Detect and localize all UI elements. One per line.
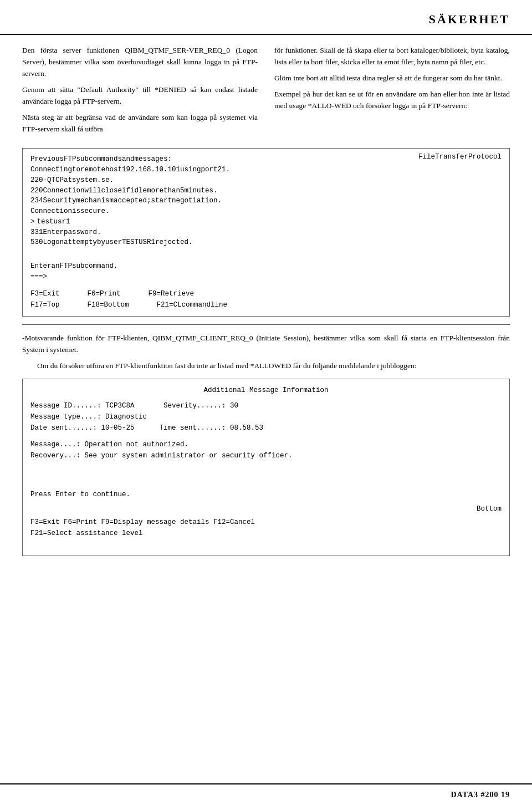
- prompt-symbol: >: [30, 217, 35, 227]
- message-value: Operation not authorized.: [85, 441, 189, 449]
- recovery-label: Recovery...:: [30, 452, 85, 460]
- right-para-2: Glöm inte bort att alltid testa dina reg…: [274, 73, 510, 84]
- fkey-f6[interactable]: F6=Print: [88, 289, 121, 299]
- fkey-row-1: F3=Exit F6=Print F9=Retrieve: [30, 289, 502, 299]
- page-header: SÄKERHET: [0, 0, 532, 35]
- left-para-2: Genom att sätta "Default Authority" till…: [22, 84, 258, 108]
- message-label: Message....:: [30, 441, 85, 449]
- fkey-f18[interactable]: F18=Bottom: [88, 300, 129, 310]
- page-footer: DATA3 #200 19: [0, 783, 532, 805]
- terminal-box-1: FileTransferProtocol PreviousFTPsubcomma…: [22, 148, 510, 317]
- left-para-1: Den första server funktionen QIBM_QTMF_S…: [22, 45, 258, 80]
- t2-fkey-row2-text[interactable]: F21=Select assistance level: [30, 529, 143, 537]
- terminal-1-line-3: 220-QTCPatsystem.se.: [30, 175, 502, 186]
- left-para-3: Nästa steg är att begränsa vad de använd…: [22, 112, 258, 135]
- intro-text: Den första server funktionen QIBM_QTMF_S…: [22, 45, 510, 139]
- right-para-1: för funktioner. Skall de få skapa eller …: [274, 45, 510, 68]
- section-divider: [22, 324, 510, 325]
- terminal-1-enter-subcommand: EnteranFTPsubcommand.: [30, 261, 502, 272]
- terminal-1-line-6: Connectionissecure.: [30, 206, 502, 217]
- terminal-1-line-4: 220Connectionwillcloseifidlemorethan5min…: [30, 186, 502, 196]
- terminal-2-bottom-label: Bottom: [30, 503, 502, 514]
- terminal-2-message: Message....: Operation not authorized.: [30, 439, 502, 450]
- terminal-1-prompt-line: > testusr1: [30, 217, 502, 227]
- date-sent-label: Date sent......:: [30, 424, 101, 432]
- time-sent-value: 08.58.53: [230, 424, 263, 432]
- severity-value: 30: [230, 402, 238, 410]
- body-para-2: Om du försöker utföra en FTP-klientfunkt…: [22, 360, 510, 372]
- terminal-2-fkeys-row1: F3=Exit F6=Print F9=Display message deta…: [30, 517, 502, 528]
- fkey-f9[interactable]: F9=Retrieve: [149, 289, 195, 299]
- right-column: för funktioner. Skall de få skapa eller …: [274, 45, 510, 139]
- recovery-value: See your system administrator or securit…: [85, 452, 293, 460]
- main-content: Den första server funktionen QIBM_QTMF_S…: [0, 45, 532, 574]
- terminal-2-row-2: Message type....: Diagnostic: [30, 411, 502, 422]
- fkey-f21[interactable]: F21=CLcommandline: [157, 300, 228, 310]
- time-sent-label: Time sent......:: [160, 424, 231, 432]
- msg-type-value: Diagnostic: [105, 413, 147, 421]
- terminal-1-line-5: 234Securitymechanismaccepted;startnegoti…: [30, 196, 502, 206]
- msg-id-value: TCP3C8A: [105, 402, 160, 410]
- terminal-2-recovery: Recovery...: See your system administrat…: [30, 450, 502, 461]
- fkey-f3[interactable]: F3=Exit: [30, 289, 60, 299]
- left-column: Den första server funktionen QIBM_QTMF_S…: [22, 45, 258, 139]
- terminal-2-title: Additional Message Information: [30, 385, 502, 396]
- header-title: SÄKERHET: [429, 10, 510, 28]
- msg-type-label: Message type....:: [30, 413, 105, 421]
- fkey-f17[interactable]: F17=Top: [30, 300, 60, 310]
- terminal-1-line-2: Connectingtoremotehost192.168.10.101usin…: [30, 165, 502, 175]
- terminal-1-bottom: EnteranFTPsubcommand. ===>: [30, 259, 502, 282]
- body-para-1: -Motsvarande funktion för FTP-klienten, …: [22, 333, 510, 356]
- date-sent-value: 10-05-25: [101, 424, 156, 432]
- right-para-3: Exempel på hur det kan se ut för en anvä…: [274, 89, 510, 112]
- terminal-1-prompt: ===>: [30, 272, 502, 282]
- footer-text: DATA3 #200 19: [451, 789, 510, 801]
- terminal-1-fkeys: F3=Exit F6=Print F9=Retrieve F17=Top F18…: [30, 289, 502, 311]
- terminal-box-2: Additional Message Information Message I…: [22, 379, 510, 556]
- severity-label: Severity......:: [163, 402, 230, 410]
- terminal-2-row-3: Date sent......: 10-05-25 Time sent.....…: [30, 422, 502, 434]
- terminal-1-line-9: 530LogonattemptybyuserTESTUSR1rejected.: [30, 237, 502, 248]
- terminal-1-line-7-value: testusr1: [37, 217, 70, 227]
- terminal-1-line-8: 331Enterpassword.: [30, 227, 502, 238]
- msg-id-label: Message ID......:: [30, 402, 105, 410]
- t2-fkey-row1-text[interactable]: F3=Exit F6=Print F9=Display message deta…: [30, 518, 255, 526]
- terminal-2-fkeys-row2: F21=Select assistance level: [30, 528, 502, 539]
- terminal-2-press-enter: Press Enter to continue.: [30, 489, 502, 500]
- fkey-row-2: F17=Top F18=Bottom F21=CLcommandline: [30, 300, 502, 310]
- terminal-2-row-1: Message ID......: TCP3C8A Severity......…: [30, 400, 502, 411]
- terminal-1-label: FileTransferProtocol: [418, 152, 502, 162]
